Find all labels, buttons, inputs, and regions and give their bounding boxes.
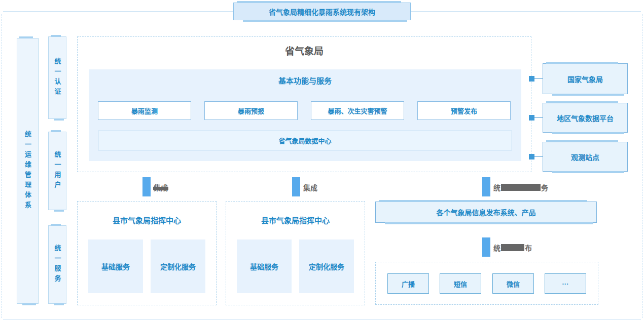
service-arrow-label: 统务 <box>493 183 548 192</box>
redaction-bar <box>501 184 541 191</box>
function-label: 暴雨监测 <box>131 106 158 115</box>
unified-ops-label: 统一运维管理体系 <box>23 131 32 212</box>
media-box-wechat: 微信 <box>492 273 534 294</box>
media-box-broadcast: 广播 <box>387 273 429 294</box>
data-center-box: 省气象局数据中心 <box>98 131 512 150</box>
diagram-title-box: 省气象局精细化暴雨系统现有架构 <box>233 3 411 20</box>
county-center-container-2: 县市气象局指挥中心 基础服务 定制化服务 <box>226 201 365 305</box>
regional-data-platform-box: 地区气象数据平台 <box>543 103 628 133</box>
custom-service-box: 定制化服务 <box>151 239 205 293</box>
media-label: 短信 <box>454 279 467 289</box>
basic-service-label: 基础服务 <box>101 261 130 271</box>
media-channels-container: 广播 短信 微信 ··· <box>375 262 598 305</box>
national-bureau-label: 国家气象局 <box>567 74 603 84</box>
arrow-down-icon <box>292 177 300 196</box>
function-label: 暴雨、次生灾害预警 <box>328 106 387 115</box>
frame-bottom-border <box>3 319 641 319</box>
custom-service-label: 定制化服务 <box>309 261 344 271</box>
media-label: 广播 <box>402 279 415 289</box>
connector-node <box>529 154 534 159</box>
county-center-container-1: 县市气象局指挥中心 基础服务 定制化服务 <box>77 201 217 305</box>
national-bureau-box: 国家气象局 <box>543 63 628 94</box>
media-label: ··· <box>562 280 569 288</box>
function-label: 预警发布 <box>451 106 477 115</box>
data-center-label: 省气象局数据中心 <box>278 136 331 145</box>
service-label-start: 统 <box>493 182 500 192</box>
basic-service-box: 基础服务 <box>88 239 143 293</box>
unified-service-label: 统一服务 <box>53 245 62 285</box>
basic-service-box: 基础服务 <box>237 239 292 293</box>
function-box-warning-release: 预警发布 <box>417 101 511 120</box>
diagram-title: 省气象局精细化暴雨系统现有架构 <box>269 7 375 17</box>
unified-ops-bar: 统一运维管理体系 <box>17 38 39 304</box>
unified-service-bar: 统一服务 <box>48 225 66 304</box>
county-center-title: 县市气象局指挥中心 <box>261 215 330 225</box>
publish-systems-box: 各个气象局信息发布系统、产品 <box>375 202 597 223</box>
integrate-label-text: 集成 <box>303 182 317 192</box>
unified-user-bar: 统一用户 <box>48 132 66 210</box>
integrate-label-text: 集成 <box>154 182 168 192</box>
diagram-canvas: 省气象局精细化暴雨系统现有架构 统一运维管理体系 统一认证 统一用户 统一服务 … <box>0 0 644 320</box>
arrow-down-icon <box>142 177 151 196</box>
basic-service-label: 基础服务 <box>250 261 278 271</box>
unified-auth-label: 统一认证 <box>53 58 62 98</box>
function-box-forecast: 暴雨预报 <box>204 101 298 120</box>
media-label: 微信 <box>507 279 520 289</box>
media-box-sms: 短信 <box>440 273 481 294</box>
observation-station-box: 观测站点 <box>543 142 628 172</box>
integrate-label-mid: 集成 <box>303 183 317 192</box>
integrate-label-left: 集成 <box>154 183 168 192</box>
connector-node <box>529 115 534 121</box>
media-box-more: ··· <box>545 273 586 294</box>
observation-station-label: 观测站点 <box>571 152 599 162</box>
unified-auth-bar: 统一认证 <box>48 36 66 119</box>
arrow-down-icon <box>482 237 490 257</box>
publish-arrow-label: 统布 <box>493 243 532 252</box>
unified-user-label: 统一用户 <box>53 151 62 191</box>
regional-data-platform-label: 地区气象数据平台 <box>557 113 614 123</box>
custom-service-label: 定制化服务 <box>160 261 196 271</box>
county-center-title: 县市气象局指挥中心 <box>113 215 181 225</box>
frame-left-border <box>1 14 2 318</box>
basic-functions-title: 基本功能与服务 <box>278 75 332 86</box>
redaction-bar <box>501 244 524 251</box>
custom-service-box: 定制化服务 <box>299 239 354 293</box>
publish-label-start: 统 <box>493 243 500 253</box>
connector-node <box>529 76 534 82</box>
publish-label-end: 布 <box>525 243 532 253</box>
provincial-bureau-title: 省气象局 <box>285 44 324 57</box>
publish-systems-label: 各个气象局信息发布系统、产品 <box>437 207 536 217</box>
function-box-disaster-warning: 暴雨、次生灾害预警 <box>311 101 404 120</box>
function-label: 暴雨预报 <box>238 106 264 115</box>
function-box-monitor: 暴雨监测 <box>98 101 191 120</box>
frame-right-border <box>642 14 643 318</box>
arrow-down-icon <box>482 177 490 196</box>
service-label-end: 务 <box>541 182 548 192</box>
